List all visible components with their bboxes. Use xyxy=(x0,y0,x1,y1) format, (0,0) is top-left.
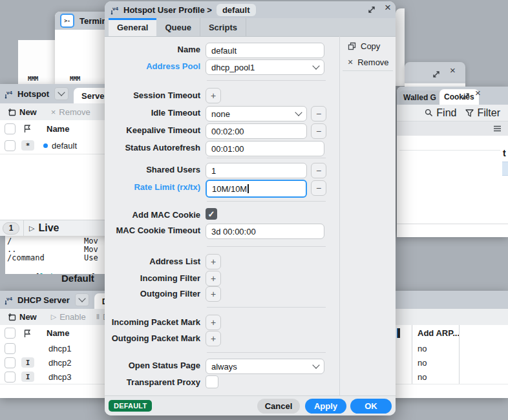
shared-users-label: Shared Users xyxy=(105,165,200,174)
cookies-header-line xyxy=(399,150,500,151)
new-button[interactable]: New xyxy=(8,107,37,117)
terminal-banner-left: MMM xyxy=(28,76,38,82)
new-button[interactable]: New xyxy=(8,312,37,322)
ok-button[interactable]: OK xyxy=(350,399,392,414)
desktop: >- Terminal MMM MMM / Mov .. Mov /comman… xyxy=(0,0,508,420)
close-icon[interactable]: × xyxy=(475,87,481,98)
row-checkbox[interactable] xyxy=(5,343,16,354)
open-status-page-select[interactable]: always xyxy=(206,359,324,374)
console-line: / xyxy=(7,236,12,246)
address-list-add-button[interactable]: + xyxy=(206,254,221,269)
idle-timeout-select[interactable]: none xyxy=(206,106,307,121)
new-icon xyxy=(8,108,16,116)
cookies-titlebar[interactable]: Walled G Cookies × xyxy=(397,87,508,105)
address-pool-select[interactable]: dhcp_pool1 xyxy=(206,59,324,75)
remove-button[interactable]: × Remove xyxy=(348,57,389,67)
session-timeout-add-button[interactable]: + xyxy=(206,88,221,103)
dialog-title: Hotspot User Profile > xyxy=(123,5,212,15)
section-divider xyxy=(207,307,326,308)
outgoing-filter-add-button[interactable]: + xyxy=(206,286,221,302)
find-button[interactable]: Find xyxy=(425,107,456,119)
incoming-packet-mark-label: Incoming Packet Mark xyxy=(105,317,200,327)
mac-cookie-timeout-label: MAC Cookie Timeout xyxy=(105,226,200,235)
expand-icon[interactable] xyxy=(461,92,471,101)
console-line: .. xyxy=(7,245,16,254)
dialog-titlebar[interactable]: v4 Hotspot User Profile > default × xyxy=(105,1,396,18)
dialog-title-chip: default xyxy=(217,4,256,16)
terminal-console[interactable]: / Mov .. Mov /command Use [luis@MT-107] … xyxy=(5,235,105,274)
transparent-proxy-checkbox[interactable] xyxy=(206,375,218,388)
menu-icon[interactable] xyxy=(493,125,502,132)
status-autorefresh-input[interactable]: 00:01:00 xyxy=(206,141,324,156)
winbox-v4-icon: v4 xyxy=(110,5,120,15)
tab-walled-garden[interactable]: Walled G xyxy=(399,90,439,105)
add-mac-cookie-checkbox[interactable]: ✓ xyxy=(206,208,217,220)
idle-timeout-remove-button[interactable]: − xyxy=(311,106,326,121)
background-window-corner: × xyxy=(405,62,465,87)
lease-name: dhcp3 xyxy=(48,372,71,382)
edge-selected-row xyxy=(502,162,508,176)
row-checkbox[interactable] xyxy=(5,372,16,383)
apply-button[interactable]: Apply xyxy=(305,399,346,414)
expand-icon[interactable] xyxy=(432,70,441,79)
close-icon[interactable]: × xyxy=(385,1,391,14)
select-all-checkbox[interactable] xyxy=(5,123,16,134)
remove-button[interactable]: × Remove xyxy=(51,107,90,117)
keepalive-timeout-remove-button[interactable]: − xyxy=(311,123,326,139)
mac-cookie-timeout-input[interactable]: 3d 00:00:00 xyxy=(206,224,324,239)
action-panel-divider xyxy=(339,36,340,395)
page-1-button[interactable]: 1 xyxy=(3,222,19,235)
name-input[interactable]: default xyxy=(206,43,324,58)
dialog-tabs: General Queue Scripts xyxy=(105,18,396,37)
filter-icon xyxy=(465,109,474,117)
tab-queue[interactable]: Queue xyxy=(156,18,200,36)
svg-text:v4: v4 xyxy=(6,296,12,302)
enable-button[interactable]: ▷ Enable xyxy=(51,312,86,322)
row-checkbox[interactable] xyxy=(5,140,16,151)
section-divider xyxy=(207,246,326,247)
remove-icon: × xyxy=(51,107,56,117)
live-button[interactable]: ▷ Live xyxy=(29,222,59,234)
svg-text:v4: v4 xyxy=(112,6,118,12)
rate-limit-label: Rate Limit (rx/tx) xyxy=(105,182,200,192)
cookies-content[interactable] xyxy=(397,136,508,224)
row-checkbox[interactable] xyxy=(5,357,16,368)
hotspot-window-menu[interactable] xyxy=(54,87,69,100)
section-divider xyxy=(207,352,326,353)
shared-users-remove-button[interactable]: − xyxy=(311,163,326,178)
tab-general[interactable]: General xyxy=(109,18,156,36)
incoming-filter-add-button[interactable]: + xyxy=(206,271,221,286)
flag-column-icon xyxy=(23,329,31,338)
filter-button[interactable]: Filter xyxy=(465,107,500,119)
tab-scripts[interactable]: Scripts xyxy=(200,18,246,36)
idle-timeout-label: Idle Timeout xyxy=(105,108,200,118)
rate-limit-remove-button[interactable]: − xyxy=(311,180,326,196)
outgoing-packet-mark-add-button[interactable]: + xyxy=(206,331,221,346)
check-icon: ✓ xyxy=(208,209,215,219)
flag-chip: I xyxy=(21,372,34,382)
edge-window-text: t xyxy=(503,148,506,158)
keepalive-timeout-input[interactable]: 00:02:00 xyxy=(206,123,307,139)
address-list-label: Address List xyxy=(105,257,200,266)
rate-limit-input[interactable]: 10M/10M xyxy=(206,180,307,198)
add-arp-value: no xyxy=(418,372,427,382)
lease-name: dhcp2 xyxy=(48,358,71,368)
add-arp-value: no xyxy=(418,358,427,368)
close-icon[interactable]: × xyxy=(450,65,456,76)
select-all-checkbox[interactable] xyxy=(5,328,16,339)
cookies-find-row: Find Filter xyxy=(397,105,508,121)
cancel-button[interactable]: Cancel xyxy=(257,399,300,414)
flag-chip: I xyxy=(21,357,34,368)
dhcp-window-menu[interactable] xyxy=(75,293,89,306)
copy-button[interactable]: Copy xyxy=(348,41,380,51)
background-window-edge xyxy=(396,8,405,86)
tab-cookies[interactable]: Cookies xyxy=(439,89,479,105)
shared-users-input[interactable]: 1 xyxy=(206,163,307,178)
incoming-filter-label: Incoming Filter xyxy=(105,273,200,283)
winbox-v4-icon: v4 xyxy=(4,89,14,99)
lease-name: dhcp1 xyxy=(48,344,71,353)
incoming-packet-mark-add-button[interactable]: + xyxy=(206,315,221,330)
default-badge: DEFAULT xyxy=(109,400,152,412)
expand-icon[interactable] xyxy=(367,5,376,14)
flag-column-icon xyxy=(23,124,31,133)
